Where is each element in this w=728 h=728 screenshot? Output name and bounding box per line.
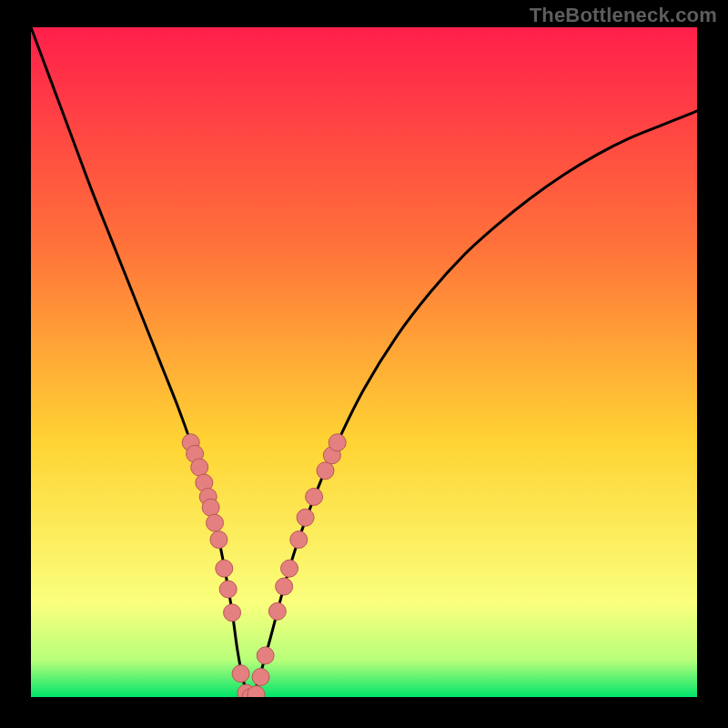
data-dot bbox=[219, 581, 237, 598]
data-dot bbox=[297, 509, 314, 526]
data-dot bbox=[191, 459, 208, 476]
svg-rect-4 bbox=[697, 0, 728, 728]
data-dot bbox=[281, 560, 298, 577]
data-dot bbox=[207, 514, 224, 531]
data-dot bbox=[210, 531, 228, 549]
svg-rect-3 bbox=[0, 0, 31, 728]
data-dot bbox=[317, 462, 334, 480]
data-dot bbox=[257, 647, 274, 664]
bottleneck-chart bbox=[0, 0, 728, 728]
data-dot bbox=[268, 602, 286, 620]
plot-background bbox=[31, 27, 697, 697]
data-dot bbox=[216, 560, 233, 577]
data-dot bbox=[232, 665, 249, 682]
svg-rect-2 bbox=[0, 697, 728, 728]
data-dot bbox=[252, 668, 269, 685]
data-dot bbox=[276, 578, 293, 595]
data-dot bbox=[306, 488, 323, 505]
chart-container: TheBottleneck.com bbox=[0, 0, 728, 728]
data-dot bbox=[224, 604, 241, 622]
data-dot bbox=[202, 499, 219, 516]
data-dot bbox=[329, 434, 346, 451]
data-dot bbox=[290, 531, 308, 549]
attribution-label: TheBottleneck.com bbox=[530, 4, 717, 27]
